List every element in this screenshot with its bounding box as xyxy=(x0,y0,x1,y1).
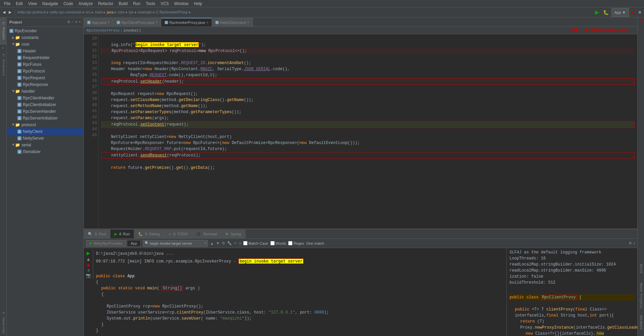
tab-close[interactable]: × xyxy=(156,20,158,24)
run-line: } xyxy=(96,328,504,334)
menu-view[interactable]: View xyxy=(25,0,40,7)
sidebar-project[interactable]: 1: Project xyxy=(0,17,7,44)
search-filter[interactable]: 🔧 xyxy=(227,241,232,245)
sidebar-structure[interactable]: ▷ xyxy=(0,44,7,51)
tree-item[interactable]: C RpcClientInitializer xyxy=(7,101,84,108)
bc-project[interactable]: netty-rpc-protocol xyxy=(17,10,46,14)
tree-item[interactable]: C RpcResponse xyxy=(7,81,84,88)
bc-example[interactable]: example xyxy=(138,10,152,14)
tree-settings[interactable]: ⚙ xyxy=(67,20,70,24)
tree-item[interactable]: C Header xyxy=(7,48,84,54)
match-case-checkbox[interactable]: Match Case xyxy=(243,241,268,245)
menu-build[interactable]: Build xyxy=(116,0,130,7)
tab-nettyclient[interactable]: C NettyClient.java × xyxy=(212,18,253,27)
tree-item[interactable]: ▼ 📁 core xyxy=(7,41,84,48)
toolbar-back[interactable]: ◀ xyxy=(1,8,7,17)
tab-rpcinovkerproxy[interactable]: C RpcInovkerProxy.java × xyxy=(161,18,212,27)
tab-appjava[interactable]: C App.java × xyxy=(84,18,113,27)
right-maven[interactable]: Maven Projects xyxy=(638,282,644,309)
menu-vcs[interactable]: VCS xyxy=(158,0,172,7)
tree-item[interactable]: C RequestHolder xyxy=(7,54,84,61)
bc-src[interactable]: src xyxy=(86,10,91,14)
run-search-input[interactable] xyxy=(150,241,204,245)
tree-expand[interactable]: ≡ xyxy=(75,20,77,24)
tree-item[interactable]: ▶ 📁 constants xyxy=(7,34,84,41)
sidebar-favorites[interactable]: 2: Favorites xyxy=(0,309,7,336)
regex-checkbox[interactable]: Regex xyxy=(288,241,304,245)
tree-item[interactable]: C RpcServerInitializer xyxy=(7,115,84,122)
search-options[interactable]: ⚙ xyxy=(222,241,225,245)
bc-java[interactable]: java xyxy=(107,10,113,14)
stop-btn2[interactable]: ■ xyxy=(86,263,91,268)
tree-item[interactable]: C NettyServer xyxy=(7,135,84,142)
run-log: D:\java2\javajdk8.0\bin\java ... 09:07:1… xyxy=(93,249,506,336)
sidebar-zstructure[interactable]: Z: Structure xyxy=(0,51,7,78)
bc-com[interactable]: com xyxy=(118,10,125,14)
run-app-btn[interactable]: ▶ xyxy=(594,8,600,17)
dump-btn[interactable]: 📷 xyxy=(86,274,91,278)
bottom-tab-terminal[interactable]: ⬛ Terminal xyxy=(192,230,221,238)
settings-btn[interactable]: ⚙ xyxy=(629,241,632,245)
tree-item[interactable]: C RpcClientHandler xyxy=(7,95,84,101)
tree-item[interactable]: C RpcFuture xyxy=(7,61,84,68)
menu-help[interactable]: Help xyxy=(191,0,205,7)
tree-item[interactable]: C RpcProtocol xyxy=(7,68,84,75)
tab-rpcclientproxy[interactable]: C RpcClientProxy.java × xyxy=(113,18,161,27)
stop-run-btn[interactable]: ▲ xyxy=(86,257,91,261)
match-case-input[interactable] xyxy=(243,241,248,245)
toolbar-forward[interactable]: ▶ xyxy=(7,8,13,17)
tree-item[interactable]: ▼ 📁 protocol xyxy=(7,122,84,128)
coverage-btn[interactable]: ⊕ xyxy=(637,8,643,17)
tree-item[interactable]: ▼ 📁 handler xyxy=(7,88,84,95)
search-next[interactable]: ▼ xyxy=(216,241,220,246)
debug-app-btn[interactable]: 🐛 xyxy=(602,8,610,17)
tree-item[interactable]: ▼ 📁 serial xyxy=(7,142,84,148)
restart-btn[interactable]: ▶ xyxy=(86,251,91,255)
close-btn[interactable]: × xyxy=(633,241,635,245)
run-search-box[interactable]: 🔍 × xyxy=(143,240,208,247)
menu-window[interactable]: Window xyxy=(171,0,191,7)
right-build[interactable]: Build xyxy=(638,255,644,282)
stop-btn[interactable]: ■ xyxy=(630,8,636,17)
tree-item[interactable]: C RpcEncoder xyxy=(7,28,84,34)
bottom-tab-run[interactable]: ▶ 4: Run xyxy=(110,230,134,238)
right-database[interactable]: Database xyxy=(638,309,644,336)
pause-btn[interactable]: ⏸ xyxy=(86,269,91,272)
menu-refactor[interactable]: Refactor xyxy=(96,0,116,7)
menu-navigate[interactable]: Navigate xyxy=(40,0,61,7)
search-prev[interactable]: ▲ xyxy=(210,241,214,246)
words-input[interactable] xyxy=(270,241,275,245)
bc-module[interactable]: netty-rpc-consumer xyxy=(50,10,82,14)
regex-input[interactable] xyxy=(288,241,292,245)
class-icon: C xyxy=(17,76,21,80)
tree-item[interactable]: C RpcRequest xyxy=(7,75,84,81)
tree-item-nettyclient[interactable]: C NettyClient xyxy=(7,128,84,135)
search-clear[interactable]: × xyxy=(204,241,206,245)
run-config-dropdown[interactable]: App ▼ xyxy=(611,8,629,17)
words-checkbox[interactable]: Words xyxy=(270,241,286,245)
run-sub-tab-app[interactable]: App xyxy=(127,240,141,247)
menu-edit[interactable]: Edit xyxy=(13,0,25,7)
tree-close[interactable]: × xyxy=(79,20,81,24)
bottom-tab-debug[interactable]: 🐛 5: Debug xyxy=(134,230,164,238)
search-highlight[interactable]: ≡ xyxy=(239,241,241,245)
tree-collapse[interactable]: − xyxy=(72,20,74,24)
tab-close[interactable]: × xyxy=(108,20,110,24)
bc-rpc[interactable]: rpc xyxy=(129,10,134,14)
bottom-tab-todo[interactable]: ✓ 6: TODO xyxy=(164,230,193,238)
tab-close[interactable]: × xyxy=(247,20,249,24)
tree-item[interactable]: C RpcServerHandler xyxy=(7,108,84,115)
menu-file[interactable]: File xyxy=(1,0,13,7)
menu-run[interactable]: Run xyxy=(130,0,143,7)
search-wrap[interactable]: ↩ xyxy=(234,241,237,245)
bc-class[interactable]: C RpcInovkerProxy xyxy=(156,10,188,14)
bottom-tab-spring[interactable]: ❋ Spring xyxy=(221,230,246,238)
menu-tools[interactable]: Tools xyxy=(143,0,158,7)
tab-close[interactable]: × xyxy=(206,21,208,25)
tree-item[interactable]: I ISerializer xyxy=(7,148,84,155)
bottom-tab-find[interactable]: 🔍 3: Find xyxy=(84,230,110,238)
run-sub-tab-provider[interactable]: ▶ NettyRpcProvider xyxy=(86,240,126,247)
menu-analyze[interactable]: Analyze xyxy=(76,0,96,7)
menu-code[interactable]: Code xyxy=(61,0,76,7)
bc-main[interactable]: main xyxy=(95,10,103,14)
